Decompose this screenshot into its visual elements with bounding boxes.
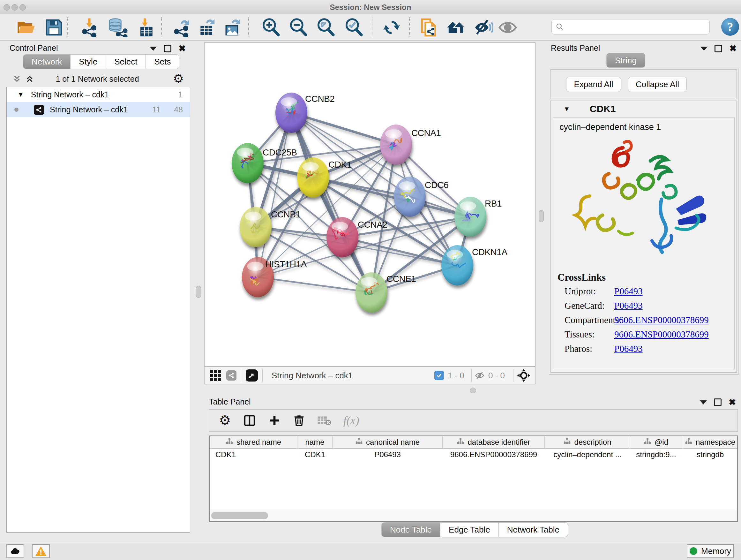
entry-expand-caret-icon[interactable]: ▼ (563, 105, 570, 113)
network-node-ccna1[interactable] (380, 125, 412, 165)
bottom-splitter-handle[interactable] (470, 388, 476, 393)
network-edge[interactable] (291, 113, 396, 145)
import-network-database-icon[interactable] (108, 17, 128, 37)
network-collection-row[interactable]: ▼ String Network – cdk1 1 (7, 87, 190, 102)
network-node-cdk1[interactable] (297, 158, 329, 198)
panel-float-icon[interactable] (714, 398, 722, 406)
network-node-ccna2[interactable] (327, 217, 358, 257)
column-header-shared-name[interactable]: shared name (210, 436, 297, 448)
network-node-cdkn1a[interactable] (441, 245, 473, 286)
selected-checkbox-icon[interactable] (434, 371, 444, 380)
table-cell[interactable]: stringdb (682, 449, 738, 461)
help-button[interactable]: ? (721, 18, 739, 36)
crosslink-link[interactable]: 9606.ENSP00000378699 (614, 315, 709, 325)
toolbar-search[interactable] (551, 19, 710, 35)
add-column-icon[interactable] (268, 414, 281, 427)
open-session-icon[interactable] (17, 17, 37, 37)
home-icon[interactable] (446, 17, 466, 37)
zoom-out-icon[interactable] (288, 17, 308, 37)
crosslink-link[interactable]: 9606.ENSP00000378699 (614, 329, 709, 340)
panel-menu-caret-icon[interactable] (150, 47, 157, 51)
collapse-all-button[interactable]: Collapse All (628, 77, 687, 92)
hide-network-eye-icon[interactable] (474, 17, 493, 37)
collection-expand-caret-icon[interactable]: ▼ (17, 91, 24, 98)
network-node-cdc25b[interactable] (232, 143, 264, 183)
network-row-selected[interactable]: String Network – cdk1 11 48 (7, 102, 190, 117)
tab-node-table[interactable]: Node Table (381, 522, 441, 537)
panel-menu-caret-icon[interactable] (700, 47, 708, 51)
export-network-icon[interactable] (172, 17, 192, 37)
network-options-gear-icon[interactable]: ⚙ (173, 73, 184, 84)
tab-network[interactable]: Network (23, 54, 71, 69)
save-session-icon[interactable] (44, 17, 64, 37)
crosslink-link[interactable]: P06493 (614, 286, 643, 297)
network-node-rb1[interactable] (455, 197, 486, 237)
expand-collapse-box: Expand All Collapse All (550, 69, 737, 99)
network-canvas[interactable]: CCNB2CCNA1CDC25BCDK1CDC6RB1CCNB1CCNA2CDK… (204, 43, 536, 367)
table-cell[interactable]: 9606.ENSP00000378699 (443, 449, 545, 461)
crosslink-link[interactable]: P06493 (614, 300, 643, 311)
network-edge[interactable] (258, 113, 291, 277)
tab-string[interactable]: String (606, 53, 645, 68)
table-cell[interactable]: CDK1 (297, 449, 333, 461)
node-entry-header[interactable]: ▼ CDK1 (551, 101, 737, 117)
column-header-description[interactable]: description (545, 436, 630, 448)
zoom-in-icon[interactable] (261, 17, 281, 37)
refresh-icon[interactable] (382, 17, 401, 37)
column-header-namespace[interactable]: namespace (682, 436, 738, 448)
cloud-button[interactable] (6, 544, 24, 558)
network-node-cdc6[interactable] (394, 177, 426, 217)
panel-close-icon[interactable]: ✖ (729, 45, 737, 52)
scrollbar-thumb[interactable] (211, 512, 268, 519)
table-horizontal-scrollbar[interactable] (210, 510, 737, 521)
export-table-icon[interactable] (197, 17, 217, 37)
search-input[interactable] (567, 22, 705, 32)
table-cell[interactable]: P06493 (333, 449, 443, 461)
warning-button[interactable] (32, 544, 50, 558)
network-type-share-icon[interactable] (226, 370, 237, 381)
delete-column-icon[interactable] (293, 414, 305, 427)
table-cell[interactable]: CDK1 (210, 449, 297, 461)
node-table[interactable]: shared namenamecanonical namedatabase id… (209, 435, 738, 522)
import-network-icon[interactable] (80, 17, 99, 37)
birdseye-navigator-icon[interactable] (517, 368, 531, 382)
import-table-icon[interactable] (135, 17, 155, 37)
open-in-window-icon[interactable] (246, 369, 258, 381)
zoom-selected-icon[interactable] (344, 17, 364, 37)
memory-button[interactable]: Memory (687, 544, 734, 558)
panel-float-icon[interactable] (715, 45, 722, 52)
network-node-ccnb2[interactable] (275, 92, 307, 133)
grid-view-icon[interactable] (210, 370, 221, 381)
expand-all-button[interactable]: Expand All (566, 77, 621, 92)
network-node-ccnb1[interactable] (240, 207, 272, 247)
network-graph[interactable]: CCNB2CCNA1CDC25BCDK1CDC6RB1CCNB1CCNA2CDK… (205, 43, 535, 366)
right-splitter-handle[interactable] (539, 210, 544, 222)
panel-close-icon[interactable]: ✖ (729, 399, 736, 406)
column-header-database-identifier[interactable]: database identifier (443, 436, 545, 448)
network-node-ccne1[interactable] (355, 272, 387, 313)
left-splitter-handle[interactable] (196, 286, 201, 298)
tab-network-table[interactable]: Network Table (499, 522, 568, 537)
table-cell[interactable]: cyclin–dependent ... (545, 449, 630, 461)
table-row[interactable]: CDK1CDK1P064939606.ENSP00000378699cyclin… (210, 449, 737, 461)
zoom-fit-icon[interactable] (316, 17, 336, 37)
export-image-icon[interactable] (223, 17, 243, 37)
column-header-canonical-name[interactable]: canonical name (333, 436, 443, 448)
show-columns-icon[interactable] (243, 414, 256, 427)
copy-network-icon[interactable] (419, 17, 439, 37)
panel-float-icon[interactable] (164, 45, 172, 52)
selected-counter: 1 - 0 (448, 371, 464, 381)
crosslink-link[interactable]: P06493 (614, 344, 643, 354)
panel-menu-caret-icon[interactable] (700, 400, 707, 405)
column-header--id[interactable]: @id (630, 436, 682, 448)
panel-close-icon[interactable]: ✖ (179, 45, 186, 52)
network-edge[interactable] (258, 277, 372, 293)
tab-edge-table[interactable]: Edge Table (441, 522, 499, 537)
table-cell[interactable]: stringdb:9... (630, 449, 682, 461)
hidden-eye-icon[interactable] (474, 371, 485, 380)
column-header-name[interactable]: name (297, 436, 333, 448)
tab-style[interactable]: Style (71, 54, 106, 69)
table-options-gear-icon[interactable]: ⚙ (219, 415, 231, 426)
tab-sets[interactable]: Sets (146, 54, 179, 69)
tab-select[interactable]: Select (106, 54, 146, 69)
